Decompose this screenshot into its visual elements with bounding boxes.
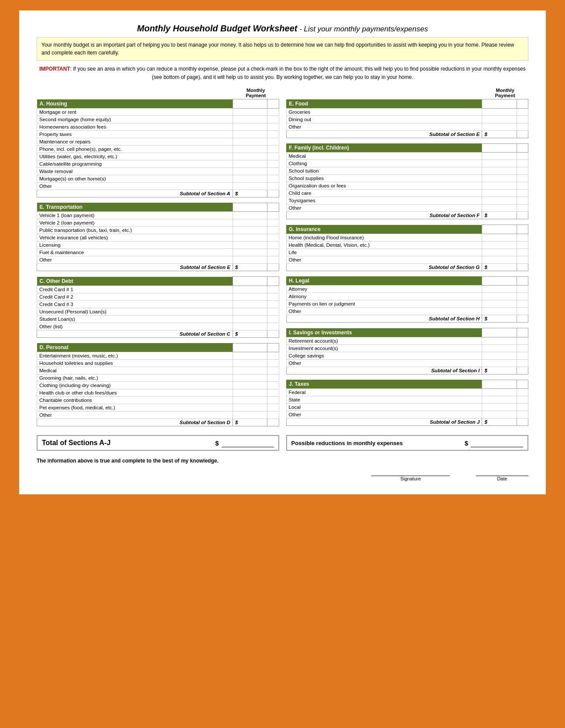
check-cell[interactable] (267, 286, 279, 293)
check-cell[interactable] (267, 374, 279, 382)
check-cell[interactable] (267, 153, 279, 160)
check-cell[interactable] (517, 293, 528, 300)
amount-cell[interactable] (482, 248, 517, 256)
check-cell[interactable] (517, 300, 528, 308)
total-amount-field[interactable] (222, 439, 274, 447)
amount-cell[interactable] (482, 116, 517, 123)
check-cell[interactable] (517, 175, 528, 182)
amount-cell[interactable] (233, 160, 267, 167)
amount-cell[interactable] (482, 396, 517, 404)
amount-cell[interactable] (233, 175, 267, 182)
amount-cell[interactable] (233, 315, 267, 323)
check-cell[interactable] (267, 242, 279, 249)
amount-cell[interactable] (482, 204, 517, 212)
amount-cell[interactable] (233, 374, 267, 382)
check-cell[interactable] (517, 404, 528, 411)
check-cell[interactable] (267, 382, 279, 389)
amount-cell[interactable] (482, 337, 517, 344)
amount-cell[interactable] (482, 108, 517, 116)
reductions-amount-field[interactable] (471, 439, 523, 447)
amount-cell[interactable] (233, 138, 267, 145)
amount-cell[interactable] (233, 130, 267, 138)
amount-cell[interactable] (233, 234, 267, 242)
amount-cell[interactable] (233, 352, 267, 360)
amount-cell[interactable] (482, 293, 517, 300)
check-cell[interactable] (517, 167, 528, 175)
amount-cell[interactable] (482, 308, 517, 315)
amount-cell[interactable] (482, 411, 517, 418)
amount-cell[interactable] (233, 153, 267, 160)
check-cell[interactable] (517, 389, 528, 396)
check-cell[interactable] (267, 234, 279, 242)
amount-cell[interactable] (233, 145, 267, 153)
amount-cell[interactable] (233, 249, 267, 256)
amount-cell[interactable] (233, 382, 267, 389)
check-cell[interactable] (267, 308, 279, 315)
check-cell[interactable] (517, 337, 528, 344)
check-cell[interactable] (517, 352, 528, 359)
amount-cell[interactable] (482, 404, 517, 411)
amount-cell[interactable] (233, 108, 267, 116)
check-cell[interactable] (517, 234, 528, 241)
amount-cell[interactable] (233, 242, 267, 249)
check-cell[interactable] (267, 404, 279, 412)
amount-cell[interactable] (233, 219, 267, 227)
amount-cell[interactable] (482, 167, 517, 175)
check-cell[interactable] (267, 227, 279, 234)
check-cell[interactable] (267, 352, 279, 360)
check-cell[interactable] (267, 130, 279, 138)
check-cell[interactable] (267, 256, 279, 264)
amount-cell[interactable] (233, 293, 267, 300)
amount-cell[interactable] (482, 190, 517, 197)
amount-cell[interactable] (233, 212, 267, 219)
check-cell[interactable] (267, 397, 279, 404)
check-cell[interactable] (517, 286, 528, 293)
amount-cell[interactable] (482, 256, 517, 263)
check-cell[interactable] (517, 182, 528, 190)
check-cell[interactable] (267, 367, 279, 374)
amount-cell[interactable] (482, 182, 517, 190)
check-cell[interactable] (517, 190, 528, 197)
amount-cell[interactable] (233, 227, 267, 234)
check-cell[interactable] (267, 300, 279, 308)
amount-cell[interactable] (482, 197, 517, 204)
check-cell[interactable] (517, 248, 528, 256)
check-cell[interactable] (267, 116, 279, 123)
amount-cell[interactable] (482, 352, 517, 359)
amount-cell[interactable] (482, 344, 517, 352)
check-cell[interactable] (267, 167, 279, 175)
amount-cell[interactable] (233, 367, 267, 374)
amount-cell[interactable] (233, 404, 267, 412)
check-cell[interactable] (267, 108, 279, 116)
amount-cell[interactable] (482, 286, 517, 293)
check-cell[interactable] (517, 108, 528, 116)
amount-cell[interactable] (482, 300, 517, 308)
check-cell[interactable] (517, 241, 528, 248)
check-cell[interactable] (517, 411, 528, 418)
check-cell[interactable] (517, 359, 528, 367)
check-cell[interactable] (517, 160, 528, 167)
check-cell[interactable] (267, 315, 279, 323)
amount-cell[interactable] (233, 397, 267, 404)
amount-cell[interactable] (482, 389, 517, 396)
check-cell[interactable] (267, 389, 279, 397)
amount-cell[interactable] (233, 256, 267, 264)
check-cell[interactable] (267, 160, 279, 167)
amount-cell[interactable] (233, 412, 267, 419)
amount-cell[interactable] (233, 300, 267, 308)
check-cell[interactable] (517, 153, 528, 160)
check-cell[interactable] (267, 293, 279, 300)
check-cell[interactable] (517, 204, 528, 212)
amount-cell[interactable] (482, 241, 517, 248)
amount-cell[interactable] (233, 286, 267, 293)
check-cell[interactable] (517, 344, 528, 352)
check-cell[interactable] (517, 116, 528, 123)
check-cell[interactable] (517, 396, 528, 404)
check-cell[interactable] (267, 360, 279, 367)
check-cell[interactable] (517, 197, 528, 204)
check-cell[interactable] (267, 412, 279, 419)
amount-cell[interactable] (233, 116, 267, 123)
check-cell[interactable] (267, 249, 279, 256)
check-cell[interactable] (267, 323, 279, 330)
check-cell[interactable] (517, 256, 528, 263)
